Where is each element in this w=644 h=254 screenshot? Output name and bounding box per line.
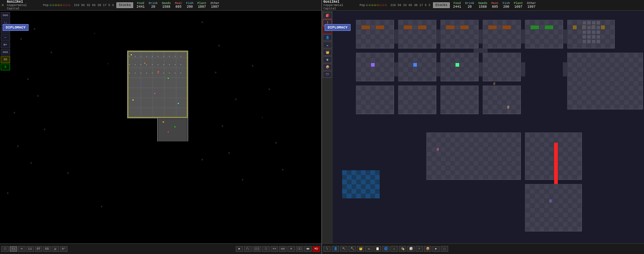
fortress-canvas [114, 44, 201, 141]
drink-value-right: 20 [468, 5, 472, 9]
dungeon-view[interactable] [333, 11, 644, 243]
x-mark-16: × [221, 125, 223, 128]
toolbar-btn-r3[interactable]: ||| [253, 246, 261, 252]
toolbar-btn-r1[interactable]: ► [236, 246, 243, 252]
sidebar-icon-bag[interactable]: 🎒 [323, 12, 332, 19]
right-toolbar-btn-9[interactable]: ⚔ [390, 246, 398, 252]
stocks-button-right[interactable]: Stocks [433, 2, 450, 8]
x-mark-6: × [37, 94, 39, 98]
toolbar-btn-r9[interactable]: ◄► [304, 246, 312, 252]
stocks-button-left[interactable]: Stocks [116, 2, 133, 8]
toolbar-btn-r7[interactable]: ≡ [287, 246, 295, 252]
sidebar-btn-ooo[interactable]: ooo [1, 12, 10, 19]
pop-icon-7: ☺ [66, 3, 68, 7]
right-toolbar-btn-10[interactable]: 🎭 [399, 246, 406, 252]
resource-fish-left: Fish 200 [186, 2, 194, 9]
x-mark-11: × [67, 172, 69, 175]
seeds-value-right: 1588 [479, 5, 487, 9]
sidebar-icon-box[interactable]: 📦 [323, 64, 332, 70]
sidebar-icon-crown[interactable]: 👑 [323, 49, 332, 56]
toolbar-btn-r5[interactable]: ×× [271, 246, 278, 252]
diplomacy-label-left: DIPLOMACY [6, 25, 25, 29]
x-mark-25: × [268, 88, 270, 91]
x-mark-23: × [201, 158, 203, 162]
sidebar-btn-s[interactable]: S [1, 64, 10, 70]
sidebar-btn-3s[interactable]: 3S [1, 56, 10, 63]
pop-icon-8: ☺ [68, 3, 70, 7]
fish-label-right: Fish [502, 2, 510, 5]
city-info-left: Gusilkel Coppermetal Capital [7, 0, 40, 10]
plant-value-left: 1097 [198, 5, 206, 9]
drink-label-left: Drink [149, 2, 158, 5]
city-name-left: Gusilkel [7, 0, 40, 4]
meat-label-right: Meat [491, 2, 499, 5]
right-toolbar-btn-4[interactable]: 🔨 [348, 246, 356, 252]
resource-section-right: Food 2441 Drink 20 Seeds 1588 Meat 895 F… [453, 2, 643, 9]
toolbar-btn-l3[interactable]: ∞ [18, 246, 25, 252]
toolbar-btn-l2[interactable]: ↑↓ [10, 246, 17, 252]
toolbar-btn-l4[interactable]: Lt [26, 246, 34, 252]
x-mark-3: × [20, 38, 22, 41]
dungeon-canvas [333, 11, 644, 243]
right-toolbar-btn-11[interactable]: 🎲 [407, 246, 415, 252]
sidebar-btn-m[interactable]: m+ [1, 42, 10, 48]
toolbar-btn-r4[interactable]: □ [262, 246, 270, 252]
pop-icon-r5: ☺ [377, 3, 379, 7]
toolbar-btn-l1[interactable]: □ [1, 246, 9, 252]
sidebar-icon-shield[interactable]: 🛡 [323, 71, 332, 78]
resource-seeds-left: Seeds 1588 [162, 2, 171, 9]
x-mark-9: × [17, 145, 19, 148]
right-toolbar-btn-6[interactable]: ⚖ [365, 246, 373, 252]
city-info-right: Gusilkel Coppermetal Capital [323, 0, 357, 10]
pop-icon-4: ☺ [58, 3, 60, 7]
drink-value-left: 20 [151, 5, 155, 9]
right-toolbar-btn-13[interactable]: 📦 [424, 246, 431, 252]
pop-icons-left: ☺ ☺ ☺ ☺ ☺ ☺ ☺ ☺ 216 56 32 65 38 17 5 3 [50, 3, 114, 7]
right-toolbar-btn-8[interactable]: 🌀 [382, 246, 389, 252]
other-value-left: 1997 [211, 5, 219, 9]
close-button-left[interactable]: × [1, 3, 4, 8]
sidebar-icon-phone[interactable]: ☎ [323, 56, 332, 63]
right-toolbar-btn-3[interactable]: ⛏ [340, 246, 347, 252]
right-toolbar-btn-12[interactable]: ⚡ [416, 246, 423, 252]
right-toolbar-btn-2[interactable]: 👤 [332, 246, 339, 252]
sidebar-btn-leftright[interactable]: ↔ [1, 34, 10, 41]
resource-other-right: Other 1997 [527, 2, 536, 9]
toolbar-btn-l5[interactable]: O† [35, 246, 42, 252]
right-sidebar: 🎒 ❗ ☠ 👤 ☁ 👑 ☎ 📦 🛡 [322, 11, 333, 243]
pop-icon-5: ☺ [60, 3, 62, 7]
other-value-right: 1997 [528, 5, 536, 9]
map-view-left[interactable]: × × × × × × × × × × × × × × × × × × × × … [0, 11, 321, 243]
toolbar-btn-l6[interactable]: GS [43, 246, 51, 252]
toolbar-btn-r6[interactable]: nσ [279, 246, 286, 252]
main-content: ooo ↑↓ ↕ ↔ m+ ooo 3S S DIPLOMACY × × × ×… [0, 11, 644, 254]
sidebar-icon-person[interactable]: 👤 [323, 34, 332, 41]
toolbar-btn-r8[interactable]: □□ [296, 246, 303, 252]
right-toolbar-btn-5[interactable]: 👑 [357, 246, 364, 252]
right-toolbar-btn-1[interactable]: \ [323, 246, 331, 252]
other-label-right: Other [527, 2, 536, 5]
sidebar-btn-ooo2[interactable]: ooo [1, 49, 10, 56]
right-toolbar-btn-15[interactable]: ⬚ [441, 246, 448, 252]
toolbar-btn-r2[interactable]: /↓ [244, 246, 252, 252]
seeds-label-right: Seeds [478, 2, 487, 5]
pop-icon-r6: ☺ [379, 3, 381, 7]
toolbar-btn-l8[interactable]: σ° [60, 246, 67, 252]
x-mark-24: × [252, 64, 254, 68]
pop-values-left: 216 56 32 65 38 17 5 3 [74, 4, 114, 7]
toolbar-btn-l7[interactable]: μ [52, 246, 59, 252]
right-panel: 🎒 ❗ ☠ 👤 ☁ 👑 ☎ 📦 🛡 DIPLOMACY \ 👤 ⛏ 🔨 👑 ⚖ … [322, 11, 644, 254]
sidebar-icon-cloud[interactable]: ☁ [323, 42, 332, 48]
seeds-value-left: 1588 [162, 5, 170, 9]
pop-icon-r2: ☺ [369, 3, 371, 7]
right-toolbar-btn-14[interactable]: ► [432, 246, 440, 252]
x-mark-17: × [228, 151, 230, 155]
fish-label-left: Fish [186, 2, 194, 5]
x-mark-2: × [34, 27, 36, 31]
diplomacy-badge-right[interactable]: DIPLOMACY [325, 24, 351, 31]
right-toolbar-btn-7[interactable]: 📋 [374, 246, 381, 252]
diplomacy-badge-left[interactable]: DIPLOMACY [3, 24, 29, 31]
meat-value-right: 895 [492, 5, 498, 9]
toolbar-btn-md[interactable]: MD [313, 246, 320, 252]
diplomacy-label-right: DIPLOMACY [328, 25, 347, 29]
